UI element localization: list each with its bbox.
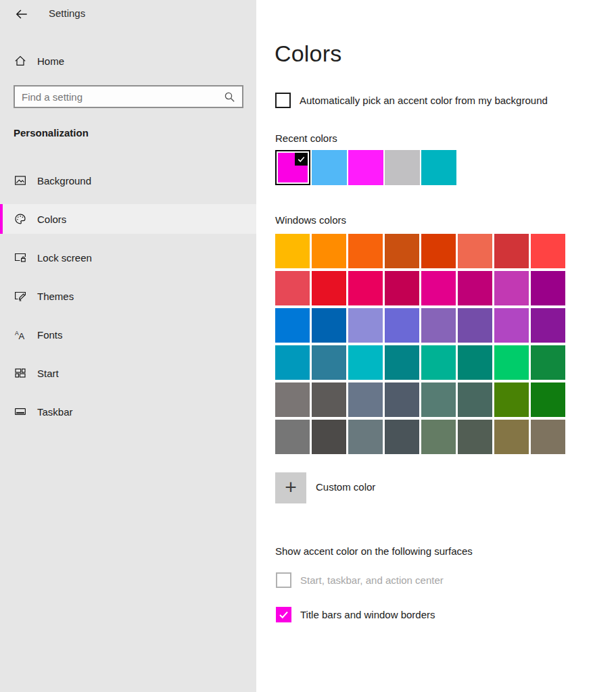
windows-color-swatch-r4c5[interactable] — [421, 345, 456, 380]
windows-color-swatch-r2c7[interactable] — [494, 271, 529, 305]
windows-color-swatch-r3c7[interactable] — [494, 308, 529, 343]
sidebar-item-background[interactable]: Background — [0, 166, 256, 195]
windows-color-swatch-r1c8[interactable] — [531, 234, 565, 268]
windows-color-swatch-r4c4[interactable] — [385, 345, 419, 380]
windows-color-swatch-r5c4[interactable] — [385, 382, 419, 417]
colors-icon — [14, 212, 27, 226]
windows-color-swatch-r4c6[interactable] — [458, 345, 492, 380]
search-input[interactable] — [22, 91, 224, 103]
sidebar-item-label: Background — [37, 175, 91, 187]
page-title: Colors — [275, 41, 341, 67]
windows-color-swatch-r2c1[interactable] — [275, 271, 310, 305]
windows-color-swatch-r2c8[interactable] — [531, 271, 565, 305]
surface-row-title-bars-and-window-borders: Title bars and window borders — [276, 607, 435, 622]
windows-color-swatch-r2c2[interactable] — [312, 271, 346, 305]
sidebar-item-start[interactable]: Start — [0, 358, 256, 388]
sidebar-item-label: Taskbar — [37, 406, 73, 418]
windows-color-swatch-r1c5[interactable] — [421, 234, 456, 268]
windows-color-swatch-r1c7[interactable] — [494, 234, 529, 268]
windows-color-swatch-r4c1[interactable] — [275, 345, 310, 380]
sidebar-item-label: Lock screen — [37, 252, 92, 264]
recent-color-swatch-1[interactable] — [275, 150, 310, 185]
windows-color-swatch-r6c7[interactable] — [494, 420, 529, 454]
recent-color-swatch-5[interactable] — [421, 150, 456, 185]
surface-row-start-taskbar-and-action-center: Start, taskbar, and action center — [276, 572, 444, 588]
sidebar-item-colors[interactable]: Colors — [0, 204, 256, 234]
windows-color-swatch-r4c7[interactable] — [494, 345, 529, 380]
taskbar-icon — [14, 405, 27, 418]
windows-color-swatch-r6c3[interactable] — [348, 420, 383, 454]
windows-color-swatch-r6c1[interactable] — [275, 420, 310, 454]
search-box[interactable] — [14, 85, 243, 108]
lock-screen-icon — [14, 251, 27, 264]
selected-accent-bar — [0, 204, 3, 234]
back-button[interactable] — [8, 3, 35, 26]
sidebar-item-taskbar[interactable]: Taskbar — [0, 397, 256, 426]
sidebar-item-label: Fonts — [37, 329, 63, 341]
fonts-icon: AA — [14, 328, 27, 341]
windows-color-swatch-r4c3[interactable] — [348, 345, 383, 380]
windows-color-swatch-r1c4[interactable] — [385, 234, 419, 268]
windows-color-swatch-r5c8[interactable] — [531, 382, 565, 417]
windows-color-swatch-r6c5[interactable] — [421, 420, 456, 454]
windows-color-swatch-r1c6[interactable] — [458, 234, 492, 268]
sidebar-item-lock-screen[interactable]: Lock screen — [0, 243, 256, 272]
recent-color-swatch-2[interactable] — [312, 150, 347, 185]
windows-color-swatch-r4c8[interactable] — [531, 345, 565, 380]
windows-color-swatch-r2c6[interactable] — [458, 271, 492, 305]
windows-color-swatch-r3c6[interactable] — [458, 308, 492, 343]
windows-color-swatch-r5c7[interactable] — [494, 382, 529, 417]
recent-color-swatch-4[interactable] — [385, 150, 420, 185]
sidebar-item-label: Start — [37, 368, 59, 379]
custom-color-button[interactable]: + — [275, 472, 306, 503]
sidebar-item-label: Themes — [37, 291, 74, 302]
windows-color-swatch-r3c1[interactable] — [275, 308, 310, 343]
start-icon — [14, 366, 27, 380]
sidebar-item-fonts[interactable]: AAFonts — [0, 320, 256, 349]
windows-color-swatch-r5c6[interactable] — [458, 382, 492, 417]
windows-color-swatch-r6c8[interactable] — [531, 420, 565, 454]
sidebar-item-label: Home — [37, 55, 64, 67]
sidebar: Settings Home Personalization Background… — [0, 0, 256, 692]
windows-color-swatch-r3c5[interactable] — [421, 308, 456, 343]
windows-color-swatch-r2c5[interactable] — [421, 271, 456, 305]
windows-color-swatch-r3c3[interactable] — [348, 308, 383, 343]
background-icon — [14, 174, 27, 187]
sidebar-item-themes[interactable]: Themes — [0, 281, 256, 311]
windows-colors-grid — [275, 234, 565, 454]
recent-colors-label: Recent colors — [275, 132, 337, 144]
windows-color-swatch-r1c1[interactable] — [275, 234, 310, 268]
title-bars-and-window-borders-label[interactable]: Title bars and window borders — [300, 609, 435, 620]
custom-color-label: Custom color — [316, 481, 375, 493]
recent-color-swatch-3[interactable] — [348, 150, 383, 185]
title-bars-and-window-borders-checkbox[interactable] — [276, 607, 291, 622]
home-icon — [14, 54, 27, 68]
recent-colors-row — [275, 150, 456, 185]
sidebar-nav: BackgroundColorsLock screenThemesAAFonts… — [0, 166, 256, 435]
windows-color-swatch-r5c5[interactable] — [421, 382, 456, 417]
auto-accent-checkbox[interactable] — [275, 93, 291, 108]
start-taskbar-and-action-center-label: Start, taskbar, and action center — [300, 574, 444, 586]
selected-check-icon — [295, 153, 308, 166]
themes-icon — [14, 289, 27, 303]
windows-color-swatch-r2c3[interactable] — [348, 271, 383, 305]
sidebar-section-personalization: Personalization — [14, 127, 89, 139]
back-arrow-icon — [14, 7, 29, 22]
windows-color-swatch-r1c2[interactable] — [312, 234, 346, 268]
windows-color-swatch-r3c8[interactable] — [531, 308, 565, 343]
window-title: Settings — [49, 7, 85, 19]
windows-color-swatch-r2c4[interactable] — [385, 271, 419, 305]
windows-color-swatch-r5c2[interactable] — [312, 382, 346, 417]
windows-color-swatch-r6c6[interactable] — [458, 420, 492, 454]
sidebar-item-label: Colors — [37, 214, 66, 225]
auto-accent-label[interactable]: Automatically pick an accent color from … — [300, 95, 548, 106]
windows-color-swatch-r5c3[interactable] — [348, 382, 383, 417]
windows-color-swatch-r3c4[interactable] — [385, 308, 419, 343]
windows-color-swatch-r6c4[interactable] — [385, 420, 419, 454]
windows-color-swatch-r3c2[interactable] — [312, 308, 346, 343]
windows-color-swatch-r4c2[interactable] — [312, 345, 346, 380]
windows-color-swatch-r6c2[interactable] — [312, 420, 346, 454]
windows-color-swatch-r1c3[interactable] — [348, 234, 383, 268]
windows-color-swatch-r5c1[interactable] — [275, 382, 310, 417]
sidebar-item-home[interactable]: Home — [0, 47, 256, 74]
